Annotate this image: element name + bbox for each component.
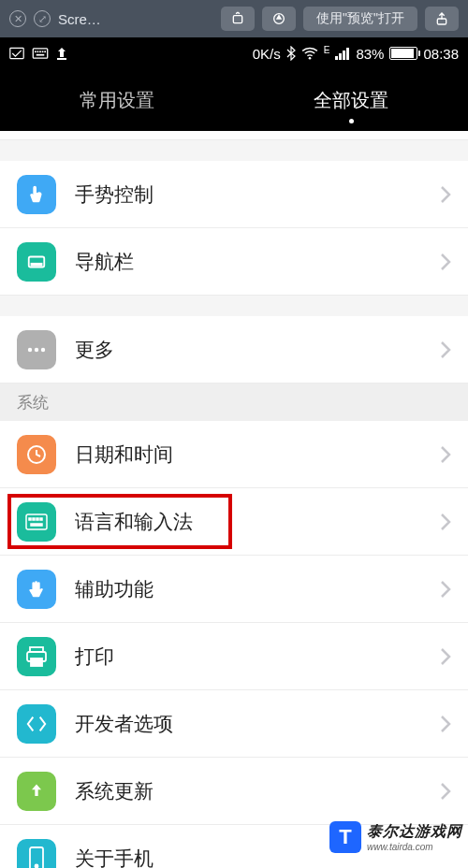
row-label: 更多 — [75, 337, 440, 363]
keyboard-icon — [32, 48, 49, 59]
section-header-system: 系统 — [0, 383, 468, 421]
row-navigation-bar[interactable]: 导航栏 — [0, 228, 468, 296]
svg-rect-14 — [339, 53, 342, 60]
row-more[interactable]: 更多 — [0, 316, 468, 383]
battery-percent: 83% — [356, 46, 384, 62]
about-phone-icon — [17, 839, 56, 869]
svg-rect-18 — [32, 263, 42, 265]
svg-rect-16 — [346, 48, 349, 60]
close-icon[interactable]: ✕ — [9, 10, 26, 27]
expand-icon[interactable]: ⤢ — [34, 10, 51, 27]
chevron-right-icon — [440, 782, 451, 801]
svg-rect-13 — [335, 56, 338, 60]
svg-rect-15 — [343, 51, 345, 60]
row-label: 打印 — [75, 644, 440, 670]
update-icon — [17, 772, 56, 811]
watermark-text: 泰尔达游戏网 — [367, 822, 462, 842]
svg-point-20 — [35, 347, 38, 351]
action-button-1[interactable] — [221, 7, 255, 31]
keyboard-settings-icon — [17, 502, 56, 542]
window-title: Scre… — [58, 11, 101, 27]
row-date-time[interactable]: 日期和时间 — [0, 421, 468, 488]
svg-rect-11 — [57, 58, 66, 60]
row-gesture-control[interactable]: 手势控制 — [0, 161, 468, 228]
phone-screen: 0K/s E 83% 08:38 常用设置 全部设置 手势控制 — [0, 37, 468, 868]
row-print[interactable]: 打印 — [0, 623, 468, 690]
chevron-right-icon — [440, 715, 451, 733]
row-accessibility[interactable]: 辅助功能 — [0, 556, 468, 623]
row-label: 手势控制 — [75, 181, 440, 208]
open-with-preview-button[interactable]: 使用"预览"打开 — [303, 7, 417, 31]
chevron-right-icon — [440, 647, 451, 666]
row-label: 开发者选项 — [75, 711, 440, 737]
tab-all-settings[interactable]: 全部设置 — [234, 69, 468, 131]
svg-rect-24 — [29, 518, 31, 520]
svg-rect-10 — [37, 54, 45, 56]
svg-rect-5 — [35, 51, 37, 52]
svg-point-19 — [28, 347, 32, 351]
battery-icon — [389, 47, 417, 60]
svg-rect-8 — [42, 51, 44, 52]
signal-icon — [335, 47, 350, 60]
svg-point-33 — [36, 864, 38, 867]
chevron-right-icon — [440, 340, 451, 359]
chevron-right-icon — [440, 580, 451, 599]
row-label: 日期和时间 — [75, 441, 440, 468]
svg-rect-0 — [233, 16, 241, 23]
svg-rect-2 — [437, 19, 446, 24]
row-label: 辅助功能 — [75, 576, 440, 602]
watermark-url: www.tairda.com — [367, 842, 462, 852]
network-speed: 0K/s — [253, 46, 281, 62]
status-bar: 0K/s E 83% 08:38 — [0, 37, 468, 69]
svg-rect-6 — [37, 51, 39, 52]
settings-list: 手势控制 导航栏 更多 系统 日期和时间 — [0, 131, 468, 868]
svg-rect-23 — [26, 514, 47, 529]
row-label: 系统更新 — [75, 778, 440, 804]
tab-indicator-dot — [349, 119, 354, 123]
clock: 08:38 — [423, 46, 459, 62]
svg-rect-27 — [40, 518, 42, 520]
screenshot-icon — [9, 47, 24, 60]
clock-icon — [17, 435, 56, 474]
action-button-2[interactable] — [262, 7, 296, 31]
navbar-icon — [17, 242, 56, 282]
chevron-right-icon — [440, 513, 451, 531]
share-button[interactable] — [425, 7, 459, 31]
row-system-update[interactable]: 系统更新 — [0, 758, 468, 825]
partial-row-top — [0, 131, 468, 140]
macos-toolbar: ✕ ⤢ Scre… 使用"预览"打开 — [0, 0, 468, 37]
hand-icon — [17, 570, 56, 609]
wifi-icon — [301, 47, 318, 60]
more-icon — [17, 330, 56, 369]
tab-common-settings[interactable]: 常用设置 — [0, 69, 234, 131]
row-label: 导航栏 — [75, 249, 440, 275]
watermark-badge: T — [329, 821, 361, 853]
row-language-input[interactable]: 语言和输入法 — [0, 488, 468, 556]
svg-point-12 — [308, 57, 311, 60]
developer-icon — [17, 704, 56, 744]
settings-tabs: 常用设置 全部设置 — [0, 69, 468, 131]
svg-rect-4 — [33, 49, 47, 58]
gesture-icon — [17, 175, 56, 214]
svg-rect-3 — [10, 48, 23, 58]
svg-rect-28 — [31, 524, 42, 526]
tab-label: 全部设置 — [314, 88, 388, 113]
svg-rect-7 — [39, 51, 41, 52]
row-label: 语言和输入法 — [75, 509, 440, 535]
chevron-right-icon — [440, 445, 451, 464]
watermark: T 泰尔达游戏网 www.tairda.com — [324, 817, 468, 857]
upload-icon — [56, 47, 67, 60]
svg-point-21 — [41, 347, 45, 351]
signal-type: E — [324, 45, 330, 55]
svg-rect-31 — [31, 658, 42, 666]
row-developer-options[interactable]: 开发者选项 — [0, 690, 468, 758]
svg-rect-25 — [33, 518, 35, 520]
tab-label: 常用设置 — [80, 88, 154, 113]
chevron-right-icon — [440, 253, 451, 271]
chevron-right-icon — [440, 185, 451, 204]
svg-rect-9 — [44, 51, 46, 52]
svg-rect-26 — [37, 518, 38, 520]
printer-icon — [17, 637, 56, 676]
bluetooth-icon — [286, 46, 296, 61]
